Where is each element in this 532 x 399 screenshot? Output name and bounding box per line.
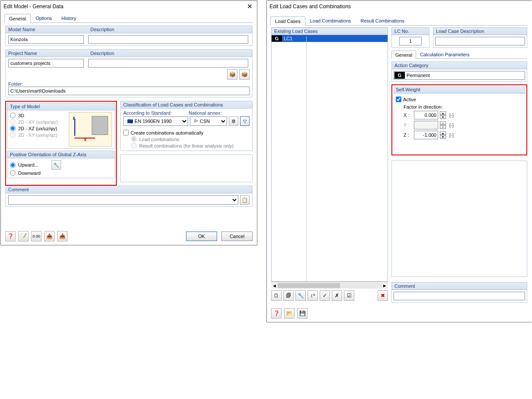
lc-toolbar: 🗋 🗐 🔧 ↕ᵃ ✓ ✗ ☑ ✖ [271,289,388,302]
lc-no-section: LC No. [391,27,429,48]
z-label: Z : [404,132,411,138]
radio-load-combinations: Load combinations [131,136,250,142]
radio-3d[interactable]: 3D [10,112,65,119]
existing-load-cases-list[interactable]: Existing Load Cases G LC1 [271,27,388,282]
axis-diagram: z x [69,112,112,147]
import-icon[interactable]: 📥 [57,231,67,241]
select-all-icon[interactable]: ☑ [344,290,354,301]
radio-2d-xz[interactable]: 2D - XZ (ux/uz/φy) [10,125,65,132]
model-desc-field[interactable] [88,35,248,44]
lc-no-field[interactable] [399,37,422,45]
auto-combinations-checkbox[interactable]: Create combinations automatically [123,129,250,136]
lc-name: LC1 [284,36,292,41]
lc-desc-field[interactable] [435,37,525,45]
edit-icon[interactable]: 📝 [18,231,29,241]
lc-comment-field[interactable] [394,292,525,300]
lc-desc-title: Load Case Description [433,28,527,35]
folder-open-icon[interactable]: 📦 [239,69,250,80]
y-spinner: ▲▼ [440,121,446,129]
x-spinner[interactable]: ▲▼ [440,111,446,119]
comment-section: Comment 📋 [5,186,253,207]
z-axis-info-icon[interactable]: 🔧 [51,160,61,170]
close-icon[interactable]: ✕ [245,3,254,10]
lc-tabs: Load Cases Load Combinations Result Comb… [270,16,528,26]
list-hscroll[interactable]: ◄ ► [271,282,388,289]
action-badge: G [394,72,405,79]
sort-lc-icon[interactable]: ↕ᵃ [308,290,318,301]
units-icon[interactable]: 0.00 [31,231,42,241]
open-icon-right[interactable]: 📂 [284,308,295,319]
radio-2d-xy-2: 2D - XY (ux/uy/φz) [10,132,65,138]
annex-settings-icon[interactable]: ⚙ [229,116,238,126]
check-lc-icon[interactable]: ✓ [320,290,330,301]
help-icon[interactable]: ❓ [5,231,16,241]
scroll-left-icon[interactable]: ◄ [272,283,277,288]
scroll-right-icon[interactable]: ► [382,283,387,288]
subtab-general[interactable]: General [391,51,416,59]
subtab-calc-params[interactable]: Calculation Parameters [416,50,473,58]
model-name-field[interactable] [8,35,84,44]
folder-label: Folder: [8,81,250,87]
tab-history[interactable]: History [57,13,81,23]
comment-pick-icon[interactable]: 📋 [240,195,250,205]
tab-load-cases[interactable]: Load Cases [270,16,305,26]
lc-sub-tabs: General Calculation Parameters [391,50,527,59]
x-unit: [-] [449,113,454,118]
x-field[interactable] [414,111,438,119]
titlebar-right: Edit Load Cases and Combinations [267,1,532,12]
lc-comment-section: Comment [391,282,527,302]
radio-result-combinations: Result combinations (for linear analysis… [131,142,250,149]
self-weight-highlight: Self-Weight Active Factor in direction: … [391,84,527,155]
type-and-orientation-highlight: Type of Model 3D 2D - XY (uz/φx/φy) 2D -… [5,101,117,186]
right-bottom-bar: ❓ 📂 💾 [271,308,308,319]
export-icon[interactable]: 📤 [44,231,54,241]
tab-options[interactable]: Options [31,13,57,23]
delete-lc-icon[interactable]: ✖ [378,290,388,301]
factor-label: Factor in direction: [404,104,523,109]
load-cases-dialog: Edit Load Cases and Combinations Load Ca… [266,0,532,322]
folder-field[interactable] [8,87,250,95]
save-icon-right[interactable]: 💾 [297,308,308,319]
z-spinner[interactable]: ▲▼ [440,131,446,139]
type-of-model-title: Type of Model [7,103,115,110]
active-checkbox[interactable]: Active [396,96,523,103]
annex-select[interactable]: 🏳 CSN [190,116,227,126]
help-icon-right[interactable]: ❓ [271,308,282,319]
load-case-row[interactable]: G LC1 [272,35,388,42]
tab-result-combinations[interactable]: Result Combinations [356,16,410,25]
radio-upward[interactable]: Upward... [10,162,38,168]
project-desc-field[interactable] [88,59,248,68]
model-section: Model Name Description [5,26,253,46]
comment-field[interactable] [8,195,238,205]
cancel-button[interactable]: Cancel [221,232,253,241]
z-field[interactable] [414,131,438,139]
annex-filter-icon[interactable]: ▽ [240,116,250,126]
radio-2d-xy-1: 2D - XY (uz/φx/φy) [10,119,65,125]
desc-label-2: Description [90,51,114,56]
uncheck-lc-icon[interactable]: ✗ [332,290,342,301]
type-of-model-section: Type of Model 3D 2D - XY (uz/φx/φy) 2D -… [7,103,115,149]
dialog-title: Edit Model - General Data [3,3,64,10]
ok-button[interactable]: OK [186,232,217,241]
z-unit: [-] [449,132,454,138]
empty-panel [391,161,527,277]
new-lc-icon[interactable]: 🗋 [271,290,282,301]
y-unit: [-] [449,122,454,128]
project-name-label: Project Name [8,51,90,56]
lc-badge: G [272,35,282,42]
blank-section [120,154,253,182]
tab-load-combinations[interactable]: Load Combinations [305,16,356,25]
tab-general[interactable]: General [4,14,31,23]
project-section: Project Name Description 📦 📦 Folder: [5,49,253,97]
radio-downward[interactable]: Downward [10,170,112,176]
project-name-field[interactable] [8,59,84,68]
scroll-thumb[interactable] [278,283,340,288]
standard-select[interactable]: 🇪🇺 EN 1990EN 1990 [123,116,188,126]
comment-title: Comment [6,186,252,193]
edit-lc-icon[interactable]: 🔧 [295,290,306,301]
action-category-select[interactable]: G Permanent [394,71,525,80]
folder-icon[interactable]: 📦 [227,69,237,80]
bottom-bar: ❓ 📝 0.00 📤 📥 OK Cancel [5,231,253,241]
copy-lc-icon[interactable]: 🗐 [283,290,294,301]
annex-label: National annex: [189,110,250,116]
